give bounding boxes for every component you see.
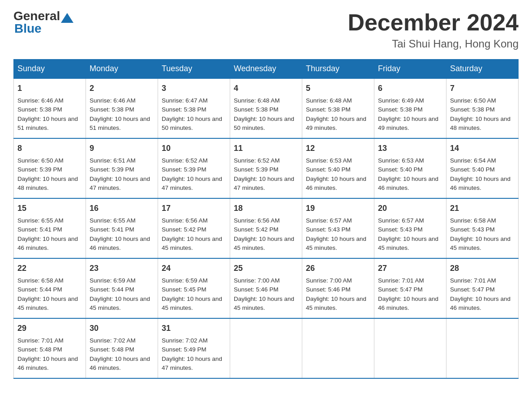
day-number: 8	[17, 142, 82, 154]
sunset-label: Sunset: 5:42 PM	[162, 226, 206, 233]
sunrise-label: Sunrise: 6:56 AM	[162, 217, 208, 224]
sunset-label: Sunset: 5:41 PM	[17, 226, 62, 233]
sunrise-label: Sunrise: 6:57 AM	[378, 217, 424, 224]
sunset-label: Sunset: 5:48 PM	[90, 346, 134, 353]
sunset-label: Sunset: 5:39 PM	[162, 166, 206, 173]
calendar-cell: 25Sunrise: 7:00 AMSunset: 5:46 PMDayligh…	[230, 258, 302, 318]
sunrise-label: Sunrise: 7:00 AM	[306, 277, 352, 284]
daylight-label: Daylight: 10 hours and 45 minutes.	[162, 295, 222, 311]
calendar-cell: 16Sunrise: 6:55 AMSunset: 5:41 PMDayligh…	[86, 198, 158, 258]
calendar-cell: 22Sunrise: 6:58 AMSunset: 5:44 PMDayligh…	[14, 258, 86, 318]
daylight-label: Daylight: 10 hours and 46 minutes.	[17, 355, 78, 371]
sunrise-label: Sunrise: 6:52 AM	[234, 157, 280, 164]
sunset-label: Sunset: 5:43 PM	[450, 226, 495, 233]
day-number: 24	[162, 262, 226, 274]
calendar-cell: 24Sunrise: 6:59 AMSunset: 5:45 PMDayligh…	[158, 258, 230, 318]
sunset-label: Sunset: 5:42 PM	[234, 226, 279, 233]
day-number: 21	[450, 202, 515, 214]
calendar-cell	[446, 318, 519, 378]
calendar-week-row: 15Sunrise: 6:55 AMSunset: 5:41 PMDayligh…	[14, 198, 519, 258]
sunrise-label: Sunrise: 6:58 AM	[450, 217, 496, 224]
sunset-label: Sunset: 5:44 PM	[17, 286, 62, 293]
calendar-header-friday: Friday	[374, 60, 446, 79]
calendar-cell: 26Sunrise: 7:00 AMSunset: 5:46 PMDayligh…	[302, 258, 374, 318]
subtitle: Tai Shui Hang, Hong Kong	[348, 38, 519, 50]
calendar-cell: 18Sunrise: 6:56 AMSunset: 5:42 PMDayligh…	[230, 198, 302, 258]
sunset-label: Sunset: 5:47 PM	[450, 286, 495, 293]
sunrise-label: Sunrise: 6:53 AM	[378, 157, 424, 164]
sunset-label: Sunset: 5:38 PM	[450, 106, 495, 113]
sunrise-label: Sunrise: 6:50 AM	[450, 97, 496, 104]
day-number: 13	[378, 142, 442, 154]
daylight-label: Daylight: 10 hours and 45 minutes.	[162, 235, 222, 251]
calendar-cell: 15Sunrise: 6:55 AMSunset: 5:41 PMDayligh…	[14, 198, 86, 258]
sunset-label: Sunset: 5:43 PM	[306, 226, 351, 233]
calendar-cell: 9Sunrise: 6:51 AMSunset: 5:39 PMDaylight…	[86, 138, 158, 198]
sunrise-label: Sunrise: 6:59 AM	[162, 277, 208, 284]
sunrise-label: Sunrise: 6:52 AM	[162, 157, 208, 164]
calendar-cell: 28Sunrise: 7:01 AMSunset: 5:47 PMDayligh…	[446, 258, 519, 318]
title-section: December 2024 Tai Shui Hang, Hong Kong	[348, 9, 519, 50]
day-number: 16	[90, 202, 154, 214]
day-number: 10	[162, 142, 226, 154]
calendar-cell: 20Sunrise: 6:57 AMSunset: 5:43 PMDayligh…	[374, 198, 446, 258]
calendar-header-tuesday: Tuesday	[158, 60, 230, 79]
day-number: 2	[90, 82, 154, 94]
calendar-cell	[302, 318, 374, 378]
calendar-cell: 7Sunrise: 6:50 AMSunset: 5:38 PMDaylight…	[446, 78, 519, 138]
calendar-header-saturday: Saturday	[446, 60, 519, 79]
daylight-label: Daylight: 10 hours and 51 minutes.	[17, 116, 78, 131]
day-number: 3	[162, 82, 226, 94]
daylight-label: Daylight: 10 hours and 48 minutes.	[450, 116, 511, 131]
sunrise-label: Sunrise: 7:01 AM	[378, 277, 424, 284]
daylight-label: Daylight: 10 hours and 46 minutes.	[90, 235, 150, 251]
calendar-cell: 10Sunrise: 6:52 AMSunset: 5:39 PMDayligh…	[158, 138, 230, 198]
day-number: 28	[450, 262, 515, 274]
sunset-label: Sunset: 5:38 PM	[378, 106, 423, 113]
sunset-label: Sunset: 5:40 PM	[306, 166, 351, 173]
daylight-label: Daylight: 10 hours and 46 minutes.	[90, 355, 150, 371]
daylight-label: Daylight: 10 hours and 50 minutes.	[234, 116, 294, 131]
daylight-label: Daylight: 10 hours and 45 minutes.	[90, 295, 150, 311]
calendar-cell: 31Sunrise: 7:02 AMSunset: 5:49 PMDayligh…	[158, 318, 230, 378]
sunset-label: Sunset: 5:46 PM	[234, 286, 279, 293]
calendar-cell: 17Sunrise: 6:56 AMSunset: 5:42 PMDayligh…	[158, 198, 230, 258]
page-header: General Blue December 2024 Tai Shui Hang…	[13, 9, 519, 50]
day-number: 30	[90, 322, 154, 334]
calendar-cell: 13Sunrise: 6:53 AMSunset: 5:40 PMDayligh…	[374, 138, 446, 198]
daylight-label: Daylight: 10 hours and 47 minutes.	[90, 176, 150, 191]
day-number: 25	[234, 262, 298, 274]
daylight-label: Daylight: 10 hours and 45 minutes.	[306, 295, 366, 311]
sunset-label: Sunset: 5:48 PM	[17, 346, 62, 353]
sunrise-label: Sunrise: 6:49 AM	[378, 97, 424, 104]
sunrise-label: Sunrise: 6:53 AM	[306, 157, 352, 164]
sunrise-label: Sunrise: 7:02 AM	[162, 337, 208, 344]
sunset-label: Sunset: 5:39 PM	[17, 166, 62, 173]
calendar-week-row: 1Sunrise: 6:46 AMSunset: 5:38 PMDaylight…	[14, 78, 519, 138]
sunset-label: Sunset: 5:45 PM	[162, 286, 206, 293]
calendar-week-row: 29Sunrise: 7:01 AMSunset: 5:48 PMDayligh…	[14, 318, 519, 378]
day-number: 29	[17, 322, 82, 334]
sunset-label: Sunset: 5:49 PM	[162, 346, 206, 353]
calendar-header-monday: Monday	[86, 60, 158, 79]
day-number: 19	[306, 202, 370, 214]
sunrise-label: Sunrise: 7:01 AM	[17, 337, 64, 344]
daylight-label: Daylight: 10 hours and 46 minutes.	[17, 235, 78, 251]
sunset-label: Sunset: 5:40 PM	[450, 166, 495, 173]
daylight-label: Daylight: 10 hours and 46 minutes.	[450, 176, 511, 191]
sunrise-label: Sunrise: 7:02 AM	[90, 337, 136, 344]
sunrise-label: Sunrise: 6:58 AM	[17, 277, 64, 284]
sunset-label: Sunset: 5:38 PM	[90, 106, 134, 113]
sunrise-label: Sunrise: 6:47 AM	[162, 97, 208, 104]
day-number: 7	[450, 82, 515, 94]
sunset-label: Sunset: 5:38 PM	[306, 106, 351, 113]
calendar-cell: 30Sunrise: 7:02 AMSunset: 5:48 PMDayligh…	[86, 318, 158, 378]
daylight-label: Daylight: 10 hours and 46 minutes.	[378, 295, 438, 311]
calendar-table: SundayMondayTuesdayWednesdayThursdayFrid…	[13, 59, 519, 379]
sunrise-label: Sunrise: 7:00 AM	[234, 277, 280, 284]
daylight-label: Daylight: 10 hours and 47 minutes.	[234, 176, 294, 191]
sunset-label: Sunset: 5:43 PM	[378, 226, 423, 233]
sunrise-label: Sunrise: 6:46 AM	[17, 97, 64, 104]
calendar-cell	[374, 318, 446, 378]
calendar-cell: 12Sunrise: 6:53 AMSunset: 5:40 PMDayligh…	[302, 138, 374, 198]
